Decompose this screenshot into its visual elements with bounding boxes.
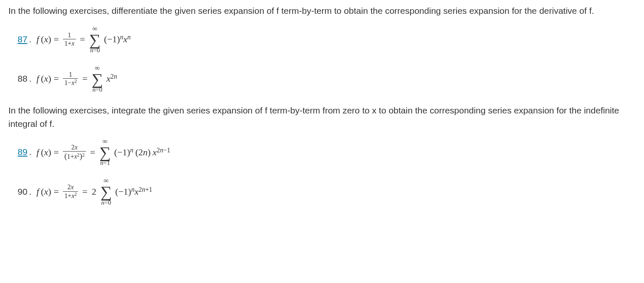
sigma-87: ∞ ∑ n=0 xyxy=(89,25,101,54)
exercise-87-number[interactable]: 87 xyxy=(18,33,27,46)
exercise-90-formula: f (x) = 2x 1+x2 = 2 ∞ ∑ n=0 (−1)nx2n+1 xyxy=(36,177,152,206)
exercise-90-number: 90 xyxy=(18,185,27,198)
sigma-88: ∞ ∑ n=0 xyxy=(92,64,103,93)
exercise-89-formula: f (x) = 2x (1+x2)2 = ∞ ∑ n=1 (−1)n (2n) … xyxy=(36,138,170,166)
sigma-89: ∞ ∑ n=1 xyxy=(99,138,111,166)
fraction-90: 2x 1+x2 xyxy=(63,183,78,199)
exercise-separator: . xyxy=(29,185,34,198)
exercise-88: 88 . f (x) = 1 1−x2 = ∞ ∑ n=0 x2n xyxy=(18,64,636,93)
exercise-88-number: 88 xyxy=(18,72,27,85)
exercise-89-number[interactable]: 89 xyxy=(18,145,27,159)
exercise-separator: . xyxy=(29,145,34,159)
exercise-87-formula: f (x) = 1 1+x = ∞ ∑ n=0 (−1)nxn xyxy=(36,25,131,54)
instruction-differentiate: In the following exercises, differentiat… xyxy=(8,4,636,18)
exercise-separator: . xyxy=(29,72,34,85)
fraction-87: 1 1+x xyxy=(63,31,75,47)
fraction-88: 1 1−x2 xyxy=(63,71,78,87)
exercise-90: 90 . f (x) = 2x 1+x2 = 2 ∞ ∑ n=0 (−1)nx2… xyxy=(18,177,636,206)
sigma-90: ∞ ∑ n=0 xyxy=(101,177,112,206)
exercise-88-formula: f (x) = 1 1−x2 = ∞ ∑ n=0 x2n xyxy=(36,64,117,93)
instruction-integrate: In the following exercises, integrate th… xyxy=(8,104,636,130)
fraction-89: 2x (1+x2)2 xyxy=(63,144,86,161)
exercise-separator: . xyxy=(29,33,34,46)
exercise-89: 89 . f (x) = 2x (1+x2)2 = ∞ ∑ n=1 (−1)n … xyxy=(18,138,636,166)
exercise-87: 87 . f (x) = 1 1+x = ∞ ∑ n=0 (−1)nxn xyxy=(18,25,636,54)
